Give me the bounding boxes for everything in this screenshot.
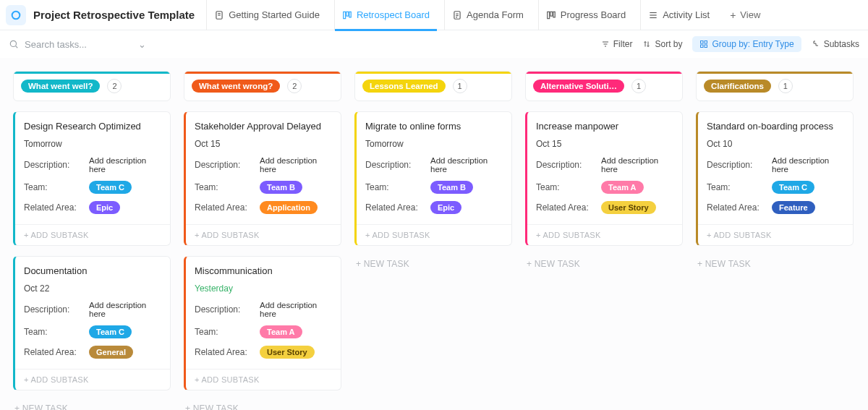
add-subtask-button[interactable]: + ADD SUBTASK	[15, 369, 170, 390]
card-date: Oct 10	[707, 139, 844, 149]
add-subtask-button[interactable]: + ADD SUBTASK	[186, 369, 341, 390]
chevron-down-icon[interactable]: ⌄	[138, 39, 146, 50]
description-placeholder[interactable]: Add description here	[430, 156, 503, 174]
area-pill[interactable]: Epic	[430, 201, 461, 214]
field-label-description: Description:	[195, 304, 250, 315]
team-pill[interactable]: Team C	[89, 181, 132, 194]
new-task-button[interactable]: + NEW TASK	[13, 401, 171, 410]
description-placeholder[interactable]: Add description here	[260, 301, 332, 318]
new-task-button[interactable]: + NEW TASK	[184, 401, 341, 410]
field-label-area: Related Area:	[24, 202, 79, 213]
field-label-area: Related Area:	[707, 202, 762, 213]
card-title: Documentation	[24, 265, 161, 276]
search-input[interactable]	[25, 39, 126, 50]
tab-getting-started-guide[interactable]: Getting Started Guide	[206, 0, 327, 30]
field-label-area: Related Area:	[536, 202, 591, 213]
add-subtask-button[interactable]: + ADD SUBTASK	[527, 224, 682, 245]
team-pill[interactable]: Team C	[772, 181, 814, 194]
new-task-button[interactable]: + NEW TASK	[354, 256, 512, 272]
add-subtask-button[interactable]: + ADD SUBTASK	[698, 224, 853, 245]
tab-icon	[452, 10, 462, 20]
area-pill[interactable]: Application	[260, 201, 318, 214]
card-title: Miscommunication	[195, 265, 332, 276]
column-header[interactable]: What went wrong?2	[184, 71, 341, 101]
toolbar: ⌄ Filter Sort by Group by: Entry Type Su…	[0, 30, 868, 58]
svg-rect-13	[553, 12, 555, 17]
column-count: 2	[287, 79, 302, 93]
svg-rect-25	[705, 45, 707, 48]
column-header[interactable]: Clarifications1	[696, 71, 854, 101]
description-placeholder[interactable]: Add description here	[260, 156, 332, 174]
field-label-area: Related Area:	[365, 202, 420, 213]
task-card[interactable]: Migrate to online formsTomorrowDescripti…	[354, 111, 512, 246]
column-header[interactable]: Alternative Soluti…1	[525, 71, 683, 101]
area-pill[interactable]: Feature	[772, 201, 815, 214]
team-pill[interactable]: Team A	[260, 325, 302, 338]
svg-rect-12	[550, 12, 553, 16]
kanban-board: What went well?2Design Research Optimize…	[0, 58, 868, 410]
tab-label: Activity List	[663, 9, 710, 20]
svg-rect-11	[548, 12, 550, 18]
area-pill[interactable]: User Story	[601, 201, 656, 214]
team-pill[interactable]: Team B	[260, 181, 302, 194]
page-title: Project Retrospective Template	[33, 9, 195, 21]
task-card[interactable]: Standard on-boarding processOct 10Descri…	[696, 111, 854, 246]
area-pill[interactable]: User Story	[260, 346, 315, 359]
field-label-area: Related Area:	[24, 347, 79, 357]
column-count: 1	[778, 79, 793, 93]
column-count: 1	[453, 79, 467, 93]
area-pill[interactable]: General	[89, 346, 133, 359]
top-bar: Project Retrospective Template Getting S…	[0, 0, 868, 30]
sort-button[interactable]: Sort by	[642, 39, 682, 49]
new-task-button[interactable]: + NEW TASK	[525, 256, 683, 272]
column: What went wrong?2Stakeholder Approval De…	[184, 71, 341, 410]
app-logo-icon	[6, 5, 26, 25]
field-label-area: Related Area:	[195, 202, 250, 213]
tab-retrospect-board[interactable]: Retrospect Board	[334, 0, 437, 30]
description-placeholder[interactable]: Add description here	[772, 156, 844, 174]
add-subtask-button[interactable]: + ADD SUBTASK	[186, 224, 341, 245]
card-title: Design Research Optimized	[24, 121, 161, 132]
column-count: 1	[631, 79, 646, 93]
task-card[interactable]: Design Research OptimizedTomorrowDescrip…	[13, 111, 171, 246]
column: What went well?2Design Research Optimize…	[13, 71, 171, 410]
field-label-team: Team:	[195, 327, 250, 337]
task-card[interactable]: MiscommunicationYesterdayDescription:Add…	[184, 256, 341, 390]
task-card[interactable]: DocumentationOct 22Description:Add descr…	[13, 256, 171, 390]
tab-label: Agenda Form	[467, 9, 524, 20]
team-pill[interactable]: Team B	[430, 181, 473, 194]
team-pill[interactable]: Team C	[89, 325, 132, 338]
add-subtask-button[interactable]: + ADD SUBTASK	[15, 224, 170, 245]
tab-progress-board[interactable]: Progress Board	[538, 0, 633, 30]
svg-rect-5	[346, 12, 349, 16]
area-pill[interactable]: Epic	[89, 201, 120, 214]
field-label-area: Related Area:	[195, 347, 250, 357]
task-card[interactable]: Stakeholder Approval DelayedOct 15Descri…	[184, 111, 341, 246]
new-task-button[interactable]: + NEW TASK	[696, 256, 854, 272]
add-subtask-button[interactable]: + ADD SUBTASK	[357, 224, 511, 245]
subtasks-button[interactable]: Subtasks	[812, 39, 859, 49]
field-label-team: Team:	[24, 327, 79, 337]
filter-button[interactable]: Filter	[601, 39, 633, 49]
column-header[interactable]: Lessons Learned1	[354, 71, 512, 101]
tab-agenda-form[interactable]: Agenda Form	[444, 0, 531, 30]
add-view-button[interactable]: + View	[721, 9, 769, 21]
card-date: Oct 15	[195, 139, 332, 149]
column-header[interactable]: What went well?2	[13, 71, 171, 101]
description-placeholder[interactable]: Add description here	[89, 301, 161, 318]
svg-rect-6	[349, 12, 351, 17]
tab-label: Getting Started Guide	[229, 9, 320, 20]
tab-activity-list[interactable]: Activity List	[640, 0, 717, 30]
task-card[interactable]: Increase manpowerOct 15Description:Add d…	[525, 111, 683, 246]
sort-icon	[642, 40, 651, 48]
description-placeholder[interactable]: Add description here	[601, 156, 673, 174]
card-date: Yesterday	[195, 283, 332, 294]
search-box[interactable]: ⌄	[9, 39, 146, 50]
team-pill[interactable]: Team A	[601, 181, 644, 194]
card-title: Migrate to online forms	[365, 121, 503, 132]
subtasks-icon	[812, 40, 820, 48]
group-by-button[interactable]: Group by: Entry Type	[692, 36, 801, 52]
description-placeholder[interactable]: Add description here	[89, 156, 161, 174]
field-label-description: Description:	[707, 160, 762, 170]
plus-icon: +	[730, 9, 736, 21]
